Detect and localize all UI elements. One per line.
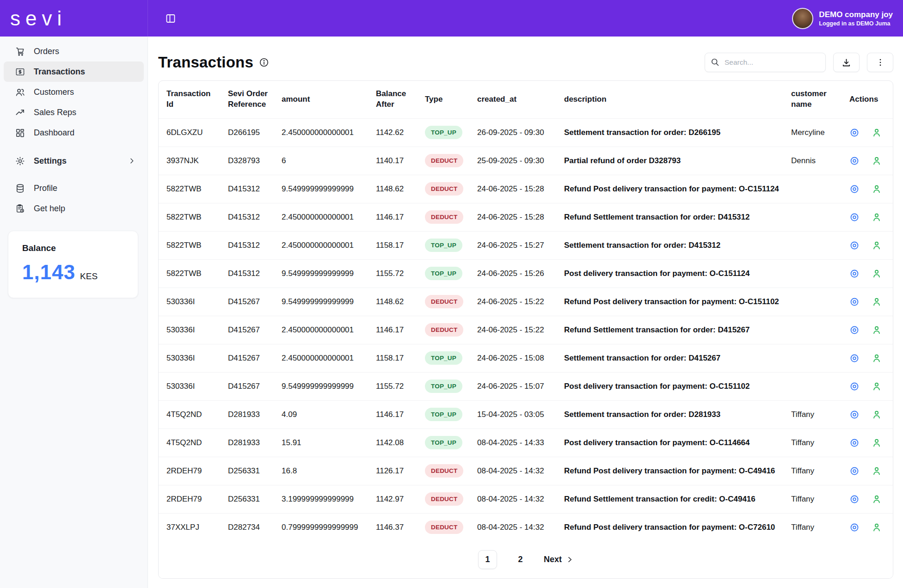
customer-icon[interactable] xyxy=(872,381,882,392)
created-at-cell: 24-06-2025 - 15:07 xyxy=(469,372,556,400)
table-row: 530336ID4152672.4500000000000011158.17TO… xyxy=(159,344,893,372)
customer-icon[interactable] xyxy=(872,128,882,138)
view-icon[interactable] xyxy=(849,240,860,251)
actions-cell xyxy=(842,513,893,541)
sidebar-toggle-icon[interactable] xyxy=(163,11,178,26)
actions-cell xyxy=(842,485,893,513)
customer-name-cell xyxy=(783,203,842,231)
customer-name-cell xyxy=(783,288,842,316)
table-row: 5822TWBD4153122.4500000000000011146.17DE… xyxy=(159,203,893,231)
balance-after-cell: 1142.97 xyxy=(368,485,417,513)
customer-icon[interactable] xyxy=(872,325,882,335)
sidebar-item-dashboard[interactable]: Dashboard xyxy=(4,122,144,143)
view-icon[interactable] xyxy=(849,269,860,279)
type-badge: DEDUCT xyxy=(425,492,463,506)
receipt-dollar-icon xyxy=(15,67,25,77)
customer-icon[interactable] xyxy=(872,212,882,222)
view-icon[interactable] xyxy=(849,522,860,533)
table-row: 6DLGXZUD2661952.4500000000000011142.62TO… xyxy=(159,118,893,147)
customer-icon[interactable] xyxy=(872,522,882,533)
actions-cell xyxy=(842,288,893,316)
transaction-id-cell: 530336I xyxy=(159,344,220,372)
next-label: Next xyxy=(544,555,562,564)
sidebar-item-label: Settings xyxy=(34,156,67,166)
customer-icon[interactable] xyxy=(872,156,882,166)
amount-cell: 2.450000000000001 xyxy=(274,344,368,372)
view-icon[interactable] xyxy=(849,297,860,307)
clipboard-clock-icon xyxy=(15,203,25,214)
info-icon[interactable] xyxy=(259,57,269,67)
customer-icon[interactable] xyxy=(872,240,882,251)
view-icon[interactable] xyxy=(849,438,860,448)
type-cell: DEDUCT xyxy=(417,288,469,316)
view-icon[interactable] xyxy=(849,184,860,194)
sidebar-item-settings[interactable]: Settings xyxy=(4,151,144,171)
next-page-button[interactable]: Next xyxy=(544,555,573,564)
transaction-id-cell: 4T5Q2ND xyxy=(159,429,220,457)
type-cell: TOP_UP xyxy=(417,259,469,288)
balance-after-cell: 1148.62 xyxy=(368,175,417,203)
view-icon[interactable] xyxy=(849,128,860,138)
balance-after-cell: 1142.62 xyxy=(368,118,417,147)
view-icon[interactable] xyxy=(849,494,860,504)
view-icon[interactable] xyxy=(849,325,860,335)
sidebar-item-transactions[interactable]: Transactions xyxy=(4,61,144,82)
balance-currency: KES xyxy=(80,271,98,282)
table-header-row: Transaction IdSevi Order Referenceamount… xyxy=(159,81,893,118)
sidebar-item-get-help[interactable]: Get help xyxy=(4,198,144,219)
view-icon[interactable] xyxy=(849,381,860,392)
customer-icon[interactable] xyxy=(872,269,882,279)
transaction-id-cell: 6DLGXZU xyxy=(159,118,220,147)
more-options-button[interactable] xyxy=(867,53,893,72)
order-reference-cell: D328793 xyxy=(220,147,274,175)
user-menu[interactable]: DEMO company joy Logged in as DEMO Juma xyxy=(792,8,893,29)
view-icon[interactable] xyxy=(849,466,860,476)
type-cell: TOP_UP xyxy=(417,231,469,259)
balance-after-cell: 1155.72 xyxy=(368,259,417,288)
sidebar-item-profile[interactable]: Profile xyxy=(4,178,144,198)
transaction-id-cell: 3937NJK xyxy=(159,147,220,175)
download-button[interactable] xyxy=(833,53,860,72)
sidebar-item-orders[interactable]: Orders xyxy=(4,41,144,61)
customer-icon[interactable] xyxy=(872,353,882,363)
customer-name-cell: Tiffany xyxy=(783,513,842,541)
customer-name-cell xyxy=(783,175,842,203)
customer-icon[interactable] xyxy=(872,438,882,448)
description-cell: Refund Settlement transaction for order:… xyxy=(556,203,783,231)
view-icon[interactable] xyxy=(849,410,860,420)
order-reference-cell: D415312 xyxy=(220,175,274,203)
order-reference-cell: D415267 xyxy=(220,288,274,316)
sidebar: Orders Transactions Customers Sales Reps… xyxy=(0,37,148,588)
customer-icon[interactable] xyxy=(872,410,882,420)
balance-after-cell: 1146.17 xyxy=(368,316,417,344)
sidebar-item-sales-reps[interactable]: Sales Reps xyxy=(4,102,144,122)
sidebar-item-label: Sales Reps xyxy=(34,108,76,117)
avatar[interactable] xyxy=(792,8,813,29)
actions-cell xyxy=(842,259,893,288)
table-row: 4T5Q2NDD2819334.091146.17TOP_UP15-04-202… xyxy=(159,400,893,429)
order-reference-cell: D415267 xyxy=(220,316,274,344)
sidebar-item-customers[interactable]: Customers xyxy=(4,82,144,102)
trend-up-icon xyxy=(15,107,25,118)
type-badge: DEDUCT xyxy=(425,521,463,534)
search-input[interactable] xyxy=(705,53,826,72)
page-button-1[interactable]: 1 xyxy=(478,550,497,569)
transactions-tbody: 6DLGXZUD2661952.4500000000000011142.62TO… xyxy=(159,118,893,541)
view-icon[interactable] xyxy=(849,156,860,166)
transaction-id-cell: 2RDEH79 xyxy=(159,485,220,513)
balance-after-cell: 1155.72 xyxy=(368,372,417,400)
table-row: 4T5Q2NDD28193315.911142.08TOP_UP08-04-20… xyxy=(159,429,893,457)
chevron-right-icon xyxy=(128,157,135,165)
customer-icon[interactable] xyxy=(872,184,882,194)
view-icon[interactable] xyxy=(849,353,860,363)
customer-icon[interactable] xyxy=(872,466,882,476)
created-at-cell: 24-06-2025 - 15:22 xyxy=(469,316,556,344)
balance-after-cell: 1146.17 xyxy=(368,203,417,231)
customer-icon[interactable] xyxy=(872,494,882,504)
customer-icon[interactable] xyxy=(872,297,882,307)
type-badge: TOP_UP xyxy=(425,351,462,365)
view-icon[interactable] xyxy=(849,212,860,222)
order-reference-cell: D415312 xyxy=(220,231,274,259)
page-button-2[interactable]: 2 xyxy=(511,550,530,569)
column-header: description xyxy=(556,81,783,118)
